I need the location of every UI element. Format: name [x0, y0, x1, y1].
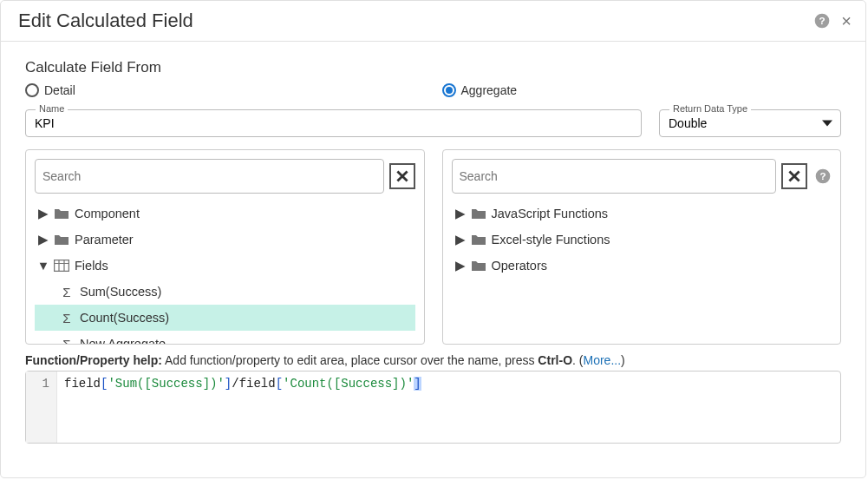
- folder-icon: [54, 233, 69, 246]
- dialog-title: Edit Calculated Field: [18, 10, 193, 32]
- tree-item-label: JavaScript Functions: [492, 207, 609, 220]
- sigma-icon: Σ: [59, 337, 75, 345]
- hint-more-link[interactable]: More...: [583, 353, 621, 367]
- svg-text:?: ?: [819, 15, 826, 26]
- chevron-right-icon: ▶: [38, 233, 49, 247]
- sigma-icon: Σ: [59, 311, 75, 325]
- svg-text:?: ?: [819, 170, 826, 181]
- line-number: 1: [42, 377, 49, 391]
- tree-item-excel-functions[interactable]: ▶ Excel-style Functions: [452, 227, 832, 253]
- chevron-right-icon: ▶: [455, 259, 466, 273]
- name-type-row: Name Return Data Type: [25, 106, 841, 137]
- svg-rect-2: [55, 260, 69, 272]
- tree-item-operators[interactable]: ▶ Operators: [452, 253, 832, 279]
- tree-item-label: Operators: [492, 259, 547, 273]
- expression-editor[interactable]: 1 field['Sum([Success])']/field['Count([…: [25, 371, 841, 444]
- chevron-right-icon: ▶: [455, 233, 466, 247]
- hint-key: Ctrl-O: [538, 353, 572, 367]
- tree-item-js-functions[interactable]: ▶ JavaScript Functions: [452, 201, 832, 227]
- chevron-right-icon: ▶: [455, 207, 466, 220]
- editor-code[interactable]: field['Sum([Success])']/field['Count([Su…: [57, 372, 428, 443]
- functions-tree: ▶ JavaScript Functions ▶ Excel-style Fun…: [452, 201, 832, 279]
- function-help-hint: Function/Property help: Add function/pro…: [25, 353, 841, 367]
- folder-icon: [54, 207, 69, 220]
- radio-label: Detail: [44, 83, 75, 97]
- radio-label: Aggregate: [461, 83, 518, 97]
- dialog-body: Calculate Field From Detail Aggregate: [1, 42, 865, 477]
- radio-icon: [442, 83, 456, 97]
- edit-calculated-field-dialog: Edit Calculated Field ? × Calculate Fiel…: [0, 0, 866, 478]
- folder-icon: [471, 260, 486, 272]
- help-icon[interactable]: ?: [813, 12, 831, 30]
- dialog-header-actions: ? ×: [813, 12, 852, 30]
- chevron-right-icon: ▶: [38, 207, 49, 220]
- tree-item-label: Excel-style Functions: [492, 233, 610, 247]
- editor-gutter: 1: [26, 372, 57, 443]
- radio-detail[interactable]: Detail: [25, 83, 75, 97]
- tree-item-label: Fields: [75, 259, 108, 273]
- hint-text: Add function/property to edit area, plac…: [162, 353, 538, 367]
- hint-tail: . (: [572, 353, 583, 367]
- chevron-down-icon: ▼: [38, 259, 49, 273]
- tree-item-label: Sum(Success): [80, 285, 161, 299]
- fields-pane: ▶ Component ▶ Parameter ▼ Fields: [25, 149, 425, 345]
- tree-item-label: Component: [75, 207, 140, 220]
- hint-end: ): [621, 353, 625, 367]
- tree-item-parameter[interactable]: ▶ Parameter: [35, 227, 415, 253]
- source-row: Detail Aggregate: [25, 83, 841, 101]
- name-label: Name: [36, 103, 68, 114]
- sigma-icon: Σ: [59, 285, 75, 299]
- right-search-input[interactable]: [452, 159, 777, 194]
- section-title: Calculate Field From: [25, 59, 841, 76]
- tree-item-label: Count(Success): [80, 311, 169, 325]
- return-type-label: Return Data Type: [669, 103, 751, 114]
- close-icon[interactable]: ×: [841, 12, 852, 30]
- folder-icon: [471, 207, 486, 220]
- folder-icon: [471, 233, 486, 246]
- tree-item-label: Parameter: [75, 233, 134, 247]
- functions-pane: ? ▶ JavaScript Functions ▶ Excel-style F: [442, 149, 842, 345]
- tree-item-sum-success[interactable]: Σ Sum(Success): [35, 279, 415, 305]
- clear-right-search-button[interactable]: [781, 163, 807, 189]
- fields-tree: ▶ Component ▶ Parameter ▼ Fields: [35, 201, 415, 345]
- radio-icon: [25, 83, 39, 97]
- radio-aggregate[interactable]: Aggregate: [442, 83, 518, 97]
- tree-item-label: New Aggregate: [80, 337, 166, 345]
- table-icon: [54, 260, 69, 272]
- left-search-input[interactable]: [35, 159, 384, 194]
- tree-item-fields[interactable]: ▼ Fields: [35, 253, 415, 279]
- clear-left-search-button[interactable]: [389, 163, 415, 189]
- panes-row: ▶ Component ▶ Parameter ▼ Fields: [25, 149, 841, 345]
- hint-label: Function/Property help:: [25, 353, 162, 367]
- name-input[interactable]: [25, 109, 642, 137]
- tree-item-count-success[interactable]: Σ Count(Success): [35, 305, 415, 331]
- dialog-header: Edit Calculated Field ? ×: [1, 1, 865, 42]
- tree-item-component[interactable]: ▶ Component: [35, 201, 415, 227]
- tree-item-new-aggregate[interactable]: Σ New Aggregate: [35, 331, 415, 345]
- help-icon[interactable]: ?: [814, 168, 832, 185]
